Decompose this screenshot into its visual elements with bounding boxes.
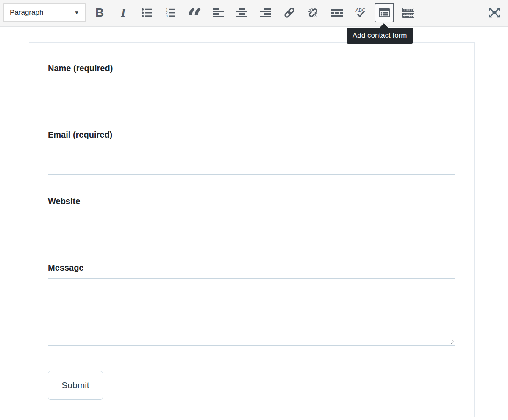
website-field-label: Website <box>48 196 455 206</box>
align-right-button[interactable] <box>257 4 274 21</box>
editor-toolbar: Paragraph ▼ B I 1 2 3 “ <box>0 0 508 27</box>
bold-icon: B <box>95 6 104 19</box>
unlink-button[interactable] <box>305 4 322 21</box>
paragraph-dropdown[interactable]: Paragraph ▼ <box>3 3 86 22</box>
submit-button[interactable]: Submit <box>48 371 103 400</box>
more-tag-icon <box>331 9 343 17</box>
contact-form-icon <box>379 8 390 17</box>
numbered-list-icon: 1 2 3 <box>165 8 176 17</box>
bullet-list-icon <box>142 8 153 17</box>
form-field-email: Email (required) <box>48 130 455 175</box>
bullet-list-button[interactable] <box>139 4 155 21</box>
keyboard-button[interactable] <box>400 4 416 21</box>
message-textarea[interactable] <box>48 278 455 346</box>
fullscreen-button[interactable] <box>486 4 503 21</box>
blockquote-button[interactable]: “ <box>186 4 203 21</box>
spellcheck-icon: ABC <box>355 7 366 19</box>
website-input[interactable] <box>48 213 455 241</box>
tooltip-add-contact-form: Add contact form <box>347 28 413 44</box>
svg-text:ABC: ABC <box>355 8 366 13</box>
add-contact-form-button[interactable] <box>375 3 394 22</box>
align-center-icon <box>236 8 247 17</box>
unlink-icon <box>307 7 319 19</box>
resize-grip-icon[interactable] <box>449 339 454 344</box>
numbered-list-button[interactable]: 1 2 3 <box>162 4 179 21</box>
form-field-website: Website <box>48 196 455 241</box>
fullscreen-icon <box>488 6 501 19</box>
svg-text:3: 3 <box>166 14 168 17</box>
align-center-button[interactable] <box>233 4 250 21</box>
more-tag-button[interactable] <box>328 4 345 21</box>
align-right-icon <box>260 8 271 17</box>
email-field-label: Email (required) <box>48 130 455 140</box>
dropdown-arrow-icon: ▼ <box>74 10 79 16</box>
name-input[interactable] <box>48 80 455 108</box>
editor-content-area: Name (required) Email (required) Website… <box>0 42 508 417</box>
paragraph-dropdown-value: Paragraph <box>10 8 43 17</box>
align-left-button[interactable] <box>210 4 227 21</box>
message-field-label: Message <box>48 262 455 273</box>
form-field-message: Message <box>48 262 455 346</box>
link-button[interactable] <box>281 4 298 21</box>
spellcheck-button[interactable]: ABC <box>352 4 369 21</box>
blockquote-icon: “ <box>187 5 202 31</box>
form-field-name: Name (required) <box>48 63 455 108</box>
keyboard-icon <box>402 8 414 18</box>
contact-form-preview: Name (required) Email (required) Website… <box>29 42 475 417</box>
name-field-label: Name (required) <box>48 63 455 73</box>
italic-button[interactable]: I <box>115 4 132 21</box>
link-icon <box>283 7 295 19</box>
bold-button[interactable]: B <box>91 4 108 21</box>
email-input[interactable] <box>48 146 455 175</box>
italic-icon: I <box>121 6 126 19</box>
align-left-icon <box>213 8 224 17</box>
